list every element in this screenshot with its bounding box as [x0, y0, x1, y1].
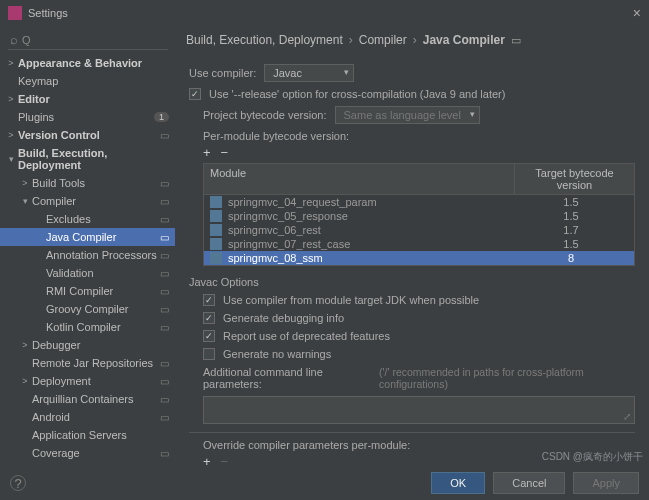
sidebar-item[interactable]: >Build Tools▭ [0, 174, 175, 192]
module-icon [210, 224, 222, 236]
opt4-checkbox[interactable] [203, 348, 215, 360]
sidebar-item[interactable]: Android▭ [0, 408, 175, 426]
main-panel: Use compiler: Javac Use '--release' opti… [175, 52, 649, 468]
table-row[interactable]: springmvc_08_ssm8 [204, 251, 634, 265]
module-icon [210, 238, 222, 250]
module-icon [210, 252, 222, 264]
sidebar-item[interactable]: >Deployment▭ [0, 372, 175, 390]
sidebar-item[interactable]: Excludes▭ [0, 210, 175, 228]
add-icon[interactable]: + [203, 145, 211, 160]
opt2-checkbox[interactable] [203, 312, 215, 324]
opt3-checkbox[interactable] [203, 330, 215, 342]
sidebar-item[interactable]: Kotlin Compiler▭ [0, 318, 175, 336]
module-icon [210, 196, 222, 208]
javac-options-header: Javac Options [189, 276, 647, 288]
add-params-label: Additional command line parameters: [203, 366, 371, 390]
table-row[interactable]: springmvc_06_rest1.7 [204, 223, 634, 237]
titlebar: Settings × [0, 0, 649, 26]
remove-icon[interactable]: − [221, 145, 229, 160]
sidebar-item[interactable]: Coverage▭ [0, 444, 175, 462]
window-title: Settings [28, 7, 68, 19]
breadcrumb: Build, Execution, Deployment› Compiler› … [176, 33, 641, 47]
sidebar-item[interactable]: >Version Control▭ [0, 126, 175, 144]
sidebar-item[interactable]: Groovy Compiler▭ [0, 300, 175, 318]
project-bytecode-label: Project bytecode version: [203, 109, 327, 121]
additional-params-input[interactable]: ⤢ [203, 396, 635, 424]
sidebar-item[interactable]: Annotation Processors▭ [0, 246, 175, 264]
app-icon [8, 6, 22, 20]
sidebar-item[interactable]: ▾Build, Execution, Deployment [0, 144, 175, 174]
cancel-button[interactable]: Cancel [493, 472, 565, 494]
watermark: CSDN @疯奇的小饼干 [542, 450, 643, 464]
help-icon[interactable]: ? [10, 475, 26, 491]
sidebar-item[interactable]: ▾Compiler▭ [0, 192, 175, 210]
project-bytecode-select[interactable]: Same as language level [335, 106, 480, 124]
use-compiler-label: Use compiler: [189, 67, 256, 79]
expand-icon[interactable]: ⤢ [623, 411, 631, 422]
sidebar-item[interactable]: Application Servers [0, 426, 175, 444]
sidebar-item[interactable]: >Appearance & Behavior [0, 54, 175, 72]
footer: ? OK Cancel Apply [0, 466, 649, 500]
sidebar-item[interactable]: Java Compiler▭ [0, 228, 175, 246]
table-row[interactable]: springmvc_04_request_param1.5 [204, 195, 634, 209]
search-icon: ⌕ [10, 32, 18, 47]
per-module-label: Per-module bytecode version: [203, 130, 647, 142]
table-row[interactable]: springmvc_07_rest_case1.5 [204, 237, 634, 251]
sidebar-item[interactable]: >Editor [0, 90, 175, 108]
sidebar-item[interactable]: Arquillian Containers▭ [0, 390, 175, 408]
apply-button[interactable]: Apply [573, 472, 639, 494]
opt1-checkbox[interactable] [203, 294, 215, 306]
release-checkbox[interactable] [189, 88, 201, 100]
compiler-select[interactable]: Javac [264, 64, 354, 82]
sidebar-item[interactable]: RMI Compiler▭ [0, 282, 175, 300]
ok-button[interactable]: OK [431, 472, 485, 494]
search-input[interactable]: ⌕ Q [8, 30, 168, 50]
sidebar-item[interactable]: Validation▭ [0, 264, 175, 282]
module-icon [210, 210, 222, 222]
sidebar-item[interactable]: Keymap [0, 72, 175, 90]
table-row[interactable]: springmvc_05_response1.5 [204, 209, 634, 223]
close-icon[interactable]: × [633, 5, 641, 21]
sidebar-item[interactable]: Plugins1 [0, 108, 175, 126]
sidebar-item[interactable]: Remote Jar Repositories▭ [0, 354, 175, 372]
sidebar-item[interactable]: >Debugger [0, 336, 175, 354]
project-scope-icon: ▭ [511, 34, 521, 47]
sidebar: >Appearance & BehaviorKeymap>EditorPlugi… [0, 52, 175, 468]
module-table-header: Module Target bytecode version [203, 163, 635, 195]
